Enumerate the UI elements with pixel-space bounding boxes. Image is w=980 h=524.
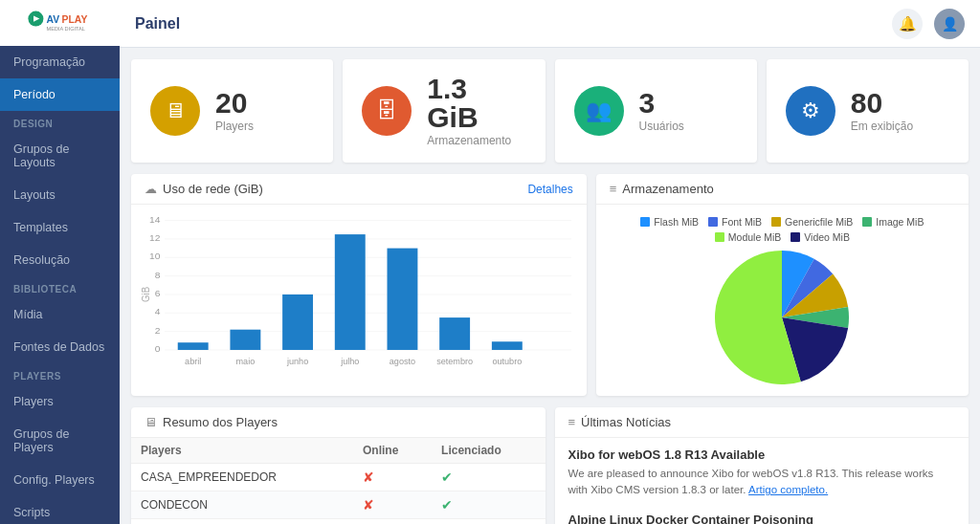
col-licensed: Licenciado [432, 438, 545, 464]
player-name: CASA_EMPREENDEDOR [131, 464, 353, 491]
svg-rect-22 [178, 342, 209, 350]
user-icon: 👤 [942, 16, 958, 32]
players-table-scroll[interactable]: Players Online Licenciado CASA_EMPREENDE… [131, 438, 546, 524]
svg-text:junho: junho [286, 357, 308, 366]
news-item-link[interactable]: Artigo completo. [748, 484, 828, 495]
middle-row: ☁ Uso de rede (GiB) Detalhes 14 12 10 8 … [131, 174, 969, 396]
svg-text:abril: abril [185, 357, 201, 366]
users-stat-value: 3 [639, 89, 684, 118]
svg-rect-28 [335, 234, 366, 350]
sidebar-section-design: DESIGN [0, 111, 120, 133]
sidebar-item-midia[interactable]: Mídia [0, 298, 120, 331]
font-dot [708, 217, 718, 227]
stat-card-storage: 🗄 1.3 GiB Armazenamento [343, 59, 545, 163]
user-avatar[interactable]: 👤 [934, 9, 965, 39]
legend-video: Video MiB [791, 231, 850, 243]
sidebar-item-fontes-dados[interactable]: Fontes de Dados [0, 331, 120, 363]
storage-chart-panel: ≡ Armazenamento Flash MiB Font MiB [596, 174, 969, 396]
bell-button[interactable]: 🔔 [892, 9, 923, 39]
image-label: Image MiB [876, 216, 924, 228]
news-panel-header: ≡ Últimas Notícias [555, 407, 969, 438]
module-dot [715, 232, 724, 242]
sidebar: AV PLAY MEDIA DIGITAL Programação Períod… [0, 0, 120, 524]
stat-card-display: ⚙ 80 Em exibição [767, 59, 969, 163]
players-stat-value: 20 [215, 89, 254, 118]
bottom-row: 🖥 Resumo dos Players Players Online Lice… [131, 407, 969, 524]
storage-chart-title-area: ≡ Armazenamento [610, 182, 714, 196]
pie-area: Flash MiB Font MiB Genericfile MiB [596, 205, 969, 396]
storage-stat-icon: 🗄 [362, 86, 412, 136]
sidebar-item-scripts[interactable]: Scripts [0, 496, 120, 524]
pie-legend: Flash MiB Font MiB Genericfile MiB [606, 212, 959, 247]
svg-text:8: 8 [155, 270, 161, 280]
dashboard: 🖥 20 Players 🗄 1.3 GiB Armazenamento 👥 3… [120, 48, 980, 524]
player-licensed: ✔ [432, 464, 545, 491]
storage-stat-info: 1.3 GiB Armazenamento [427, 75, 525, 147]
sidebar-item-templates[interactable]: Templates [0, 211, 120, 244]
sidebar-item-players[interactable]: Players [0, 385, 120, 418]
sidebar-item-resolucao[interactable]: Resolução [0, 244, 120, 276]
sidebar-section-biblioteca: BIBLIOTECA [0, 276, 120, 298]
sidebar-item-config-players[interactable]: Config. Players [0, 464, 120, 496]
player-online: ✘ [353, 491, 432, 519]
legend-flash: Flash MiB [640, 216, 699, 228]
storage-chart-title: Armazenamento [622, 182, 713, 196]
player-name: CONDECON [131, 491, 353, 519]
news-icon: ≡ [568, 415, 576, 429]
svg-text:outubro: outubro [492, 357, 522, 366]
users-stat-info: 3 Usuários [639, 89, 684, 133]
players-panel: 🖥 Resumo dos Players Players Online Lice… [131, 407, 546, 524]
pie-chart-svg [715, 251, 849, 384]
image-dot [862, 217, 872, 227]
players-summary-icon: 🖥 [145, 415, 157, 429]
sidebar-logo: AV PLAY MEDIA DIGITAL [0, 0, 120, 46]
bar-chart-area: 14 12 10 8 6 4 2 0 GiB [131, 205, 587, 396]
news-item-title: Alpine Linux Docker Container Poisoning [568, 513, 956, 525]
cloud-icon: ☁ [145, 182, 157, 196]
players-table: Players Online Licenciado CASA_EMPREENDE… [131, 438, 546, 524]
table-row: CASA_EMPREENDEDOR ✘ ✔ [131, 464, 546, 491]
svg-text:julho: julho [340, 357, 359, 366]
sidebar-item-grupos-players[interactable]: Grupos de Players [0, 418, 120, 464]
players-stat-icon: 🖥 [150, 86, 200, 136]
details-link[interactable]: Detalhes [527, 183, 572, 196]
news-item-title: Xibo for webOS 1.8 R13 Available [568, 448, 956, 462]
news-item: Alpine Linux Docker Container Poisoning … [568, 513, 956, 525]
svg-text:GiB: GiB [141, 287, 151, 302]
svg-text:PLAY: PLAY [61, 14, 87, 25]
svg-rect-30 [387, 249, 417, 350]
main-content: Painel 🔔 👤 🖥 20 Players 🗄 1.3 [120, 0, 980, 524]
display-stat-value: 80 [851, 89, 913, 118]
network-chart-title: Uso de rede (GiB) [163, 182, 263, 196]
players-stat-label: Players [215, 120, 254, 133]
users-stat-icon: 👥 [574, 86, 624, 136]
col-online: Online [353, 438, 432, 464]
users-stat-label: Usuários [639, 120, 684, 133]
flash-dot [640, 217, 650, 227]
display-stat-info: 80 Em exibição [851, 89, 913, 133]
video-dot [791, 232, 800, 242]
topbar-icons: 🔔 👤 [892, 9, 965, 39]
stat-card-users: 👥 3 Usuários [555, 59, 757, 163]
legend-genericfile: Genericfile MiB [771, 216, 853, 228]
display-stat-label: Em exibição [851, 120, 913, 133]
svg-text:14: 14 [149, 214, 161, 225]
font-label: Font MiB [722, 216, 762, 228]
player-online: ✘ [353, 464, 432, 491]
network-chart-panel: ☁ Uso de rede (GiB) Detalhes 14 12 10 8 … [131, 174, 587, 396]
svg-text:AV: AV [46, 14, 59, 25]
sidebar-item-layouts[interactable]: Layouts [0, 179, 120, 211]
topbar: Painel 🔔 👤 [120, 0, 980, 48]
svg-text:4: 4 [155, 307, 161, 317]
player-name: FAMA [131, 519, 353, 525]
stat-card-players: 🖥 20 Players [131, 59, 333, 163]
sidebar-item-periodo[interactable]: Período [0, 78, 120, 111]
network-chart-title-area: ☁ Uso de rede (GiB) [145, 182, 263, 196]
table-row: CONDECON ✘ ✔ [131, 491, 546, 519]
table-row: FAMA ✔ ✔ [131, 519, 546, 525]
page-title: Painel [135, 15, 180, 33]
svg-rect-32 [439, 317, 470, 350]
sidebar-item-programacao[interactable]: Programação [0, 46, 120, 78]
svg-text:MEDIA  DIGITAL: MEDIA DIGITAL [46, 26, 84, 32]
sidebar-item-grupos-layouts[interactable]: Grupos de Layouts [0, 133, 120, 179]
